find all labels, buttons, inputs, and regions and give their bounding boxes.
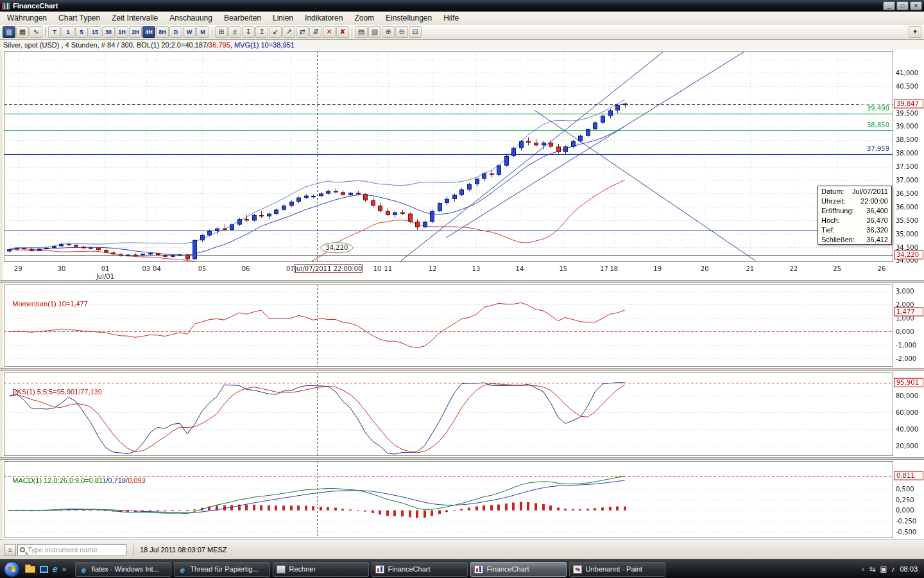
output-button[interactable]: ▥ <box>368 26 381 38</box>
main-chart-canvas[interactable] <box>0 50 924 280</box>
application-window: FinanceChart _□✕ WährungenChart TypenZei… <box>0 0 924 578</box>
menu-item[interactable]: Zoom <box>348 12 380 24</box>
tool-button[interactable]: ↧ <box>242 26 255 38</box>
pks-panel: PKS(1) 5;5;5=95,901/77,139 <box>0 371 924 457</box>
menu-item[interactable]: Bearbeiten <box>218 12 267 24</box>
tool-button[interactable]: ↙ <box>269 26 282 38</box>
tool-button[interactable]: ⇵ <box>309 26 322 38</box>
menu-item[interactable]: Hilfe <box>438 12 465 24</box>
task-button[interactable]: FinanceChart <box>470 562 567 577</box>
tooltip-value: 36,412 <box>866 236 888 243</box>
tooltip-label: Uhrzeit: <box>821 197 846 205</box>
tool-button[interactable]: ↥ <box>255 26 268 38</box>
tool-button[interactable]: ⊞ <box>215 26 228 38</box>
timeframe-button[interactable]: W <box>183 26 196 38</box>
window-control-button[interactable]: ✕ <box>910 1 922 10</box>
status-bar: ≡ 18 Jul 2011 08:03:07 MESZ <box>0 539 924 559</box>
app-icon <box>2 3 10 10</box>
legend-segment: Silver, spot (USD) , 4 Stunden, # 84 / 3… <box>3 41 209 49</box>
menu-bar: WährungenChart TypenZeit IntervalleAnsch… <box>0 12 924 24</box>
tooltip-label: Eröffnung: <box>821 207 854 215</box>
menu-item[interactable]: Chart Typen <box>53 12 106 24</box>
task-button[interactable]: Unbenannt - Paint <box>569 562 665 577</box>
legend-segment: , MVG(1) 10=38,951 <box>230 41 295 49</box>
tool-button[interactable]: ⇄ <box>296 26 309 38</box>
timeframe-button[interactable]: 15 <box>89 26 101 38</box>
tooltip-row: Eröffnung:36,400 <box>818 206 891 215</box>
task-button[interactable]: Thread für Papiertig... <box>174 562 270 577</box>
timeframe-button[interactable]: 4H <box>142 26 155 38</box>
chart-type-button[interactable]: ∿ <box>30 26 42 38</box>
task-button[interactable]: FinanceChart <box>372 562 468 577</box>
task-button-label: flatex - Windows Int... <box>91 565 158 573</box>
pin-icon[interactable]: ✦ <box>909 26 921 38</box>
menu-item[interactable]: Linien <box>267 12 299 24</box>
timeframe-button[interactable]: 8H <box>156 26 169 38</box>
pks-canvas[interactable] <box>0 371 924 457</box>
macd-panel: MACD(1) 12.0;26.0;9.0=0,811/0,718/0,093 <box>0 460 924 539</box>
timeframe-button[interactable]: 2H <box>129 26 142 38</box>
tray-icon[interactable]: ▣ <box>880 565 887 574</box>
legend-segment: MACD(1) 12.0;26.0;9.0=0,811 <box>12 477 106 484</box>
tool-button[interactable]: # <box>228 26 241 38</box>
menu-item[interactable]: Indikatoren <box>299 12 348 24</box>
folder-icon[interactable] <box>25 566 35 573</box>
timeframe-button[interactable]: 5 <box>75 26 88 38</box>
tooltip-row: Schließen:36,412 <box>818 234 891 244</box>
tooltip-value: Jul/07/2011 <box>852 188 888 195</box>
task-button-label: FinanceChart <box>486 565 529 573</box>
toolbar-separator <box>212 27 212 37</box>
timeframe-button[interactable]: 30 <box>102 26 115 38</box>
timeframe-button[interactable]: M <box>196 26 209 38</box>
legend-segment: /0,093 <box>126 477 146 484</box>
tool-button[interactable]: ↗ <box>282 26 295 38</box>
timeframe-button[interactable]: 1H <box>116 26 128 38</box>
output-button[interactable]: ⊖ <box>395 26 408 38</box>
tooltip-value: 22:00:00 <box>860 197 888 205</box>
timeframe-button[interactable]: D <box>169 26 182 38</box>
chart-type-button[interactable]: ▥ <box>3 26 15 38</box>
toolbar-separator <box>45 27 46 37</box>
momentum-panel: Momentum(1) 10=1,477 <box>0 283 924 368</box>
toolbar: ▥▦∿ T1515301H2H4H8HDWM ⊞#↧↥↙↗⇄⇵✕✘ ▤▥⊕⊖⊡ … <box>0 24 924 40</box>
tray-chevron-icon[interactable]: ‹ <box>862 565 864 574</box>
legend-segment: PKS(1) 5;5;5=95,901 <box>12 388 78 396</box>
instrument-menu-button[interactable]: ≡ <box>4 544 16 556</box>
window-title: FinanceChart <box>13 2 58 10</box>
timeframe-button[interactable]: 1 <box>62 26 74 38</box>
tray-icon[interactable]: ♪ <box>891 565 894 574</box>
menu-item[interactable]: Anschauung <box>164 12 218 24</box>
task-button[interactable]: flatex - Windows Int... <box>75 562 171 577</box>
menu-item[interactable]: Währungen <box>1 12 53 24</box>
instrument-search <box>17 544 126 556</box>
momentum-canvas[interactable] <box>0 283 924 368</box>
output-button[interactable]: ▤ <box>355 26 368 38</box>
start-button[interactable] <box>4 561 20 577</box>
legend-segment: 36,795 <box>209 41 230 49</box>
overflow-chevron-icon[interactable]: » <box>62 565 67 574</box>
output-button[interactable]: ⊡ <box>409 26 422 38</box>
chart-type-button[interactable]: ▦ <box>16 26 29 38</box>
search-input[interactable] <box>28 546 117 554</box>
macd-legend: MACD(1) 12.0;26.0;9.0=0,811/0,718/0,093 <box>4 461 146 484</box>
task-button-icon <box>178 565 187 574</box>
tooltip-value: 36,320 <box>866 226 888 234</box>
status-timestamp: 18 Jul 2011 08:03:07 MESZ <box>140 546 227 554</box>
task-button-icon <box>79 565 88 574</box>
menu-item[interactable]: Zeit Intervalle <box>106 12 164 24</box>
output-button[interactable]: ⊕ <box>382 26 395 38</box>
tool-button[interactable]: ✘ <box>336 26 349 38</box>
window-control-button[interactable]: □ <box>896 1 909 10</box>
timeframe-button[interactable]: T <box>48 26 61 38</box>
tooltip-label: Schließen: <box>821 236 855 243</box>
tray-icon[interactable]: ⇆ <box>869 565 876 574</box>
internet-explorer-icon[interactable]: e <box>53 565 58 573</box>
menu-item[interactable]: Einstellungen <box>380 12 438 24</box>
task-button[interactable]: Rechner <box>273 562 369 577</box>
show-desktop-icon[interactable] <box>40 566 48 573</box>
momentum-legend: Momentum(1) 10=1,477 <box>4 285 88 308</box>
task-button-label: FinanceChart <box>388 565 430 573</box>
tool-button[interactable]: ✕ <box>323 26 336 38</box>
title-bar[interactable]: FinanceChart _□✕ <box>0 0 924 12</box>
window-control-button[interactable]: _ <box>883 1 895 10</box>
